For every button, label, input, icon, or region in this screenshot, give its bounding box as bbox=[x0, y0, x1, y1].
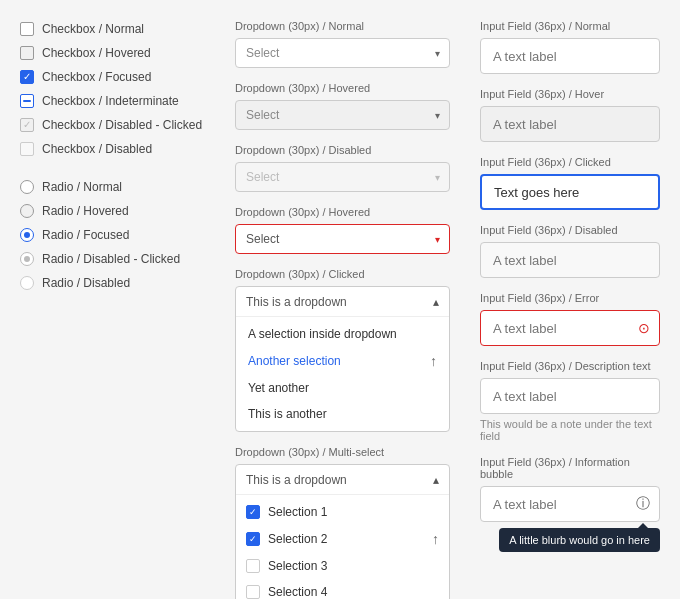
radio-normal[interactable]: Radio / Normal bbox=[20, 178, 205, 196]
checkbox-disabled-clicked-box: ✓ bbox=[20, 118, 34, 132]
multi-option-4[interactable]: Selection 4 bbox=[236, 579, 449, 599]
cursor-multi-icon: ↑ bbox=[432, 531, 439, 547]
info-icon[interactable]: ⓘ bbox=[636, 495, 650, 513]
radio-focused-label: Radio / Focused bbox=[42, 228, 129, 242]
right-column: Input Field (36px) / Normal Input Field … bbox=[480, 20, 660, 599]
input-normal-label: Input Field (36px) / Normal bbox=[480, 20, 660, 32]
multi-option-3-label: Selection 3 bbox=[268, 559, 327, 573]
error-icon: ⊙ bbox=[638, 320, 650, 336]
checkbox-focused[interactable]: ✓ Checkbox / Focused bbox=[20, 68, 205, 86]
dropdown-clicked-open[interactable]: This is a dropdown ▴ A selection inside … bbox=[235, 286, 450, 432]
input-disabled-group: Input Field (36px) / Disabled bbox=[480, 224, 660, 278]
dropdown-normal-group: Dropdown (30px) / Normal Select ▾ bbox=[235, 20, 450, 68]
input-info-group: Input Field (36px) / Information bubble … bbox=[480, 456, 660, 522]
checkbox-disabled-label: Checkbox / Disabled bbox=[42, 142, 152, 156]
multi-checkbox-3[interactable] bbox=[246, 559, 260, 573]
check-icon-disabled: ✓ bbox=[23, 120, 31, 130]
input-error-wrap: ⊙ bbox=[480, 310, 660, 346]
multi-option-1[interactable]: ✓ Selection 1 bbox=[236, 499, 449, 525]
dropdown-hovered2-placeholder: Select bbox=[246, 232, 279, 246]
middle-column: Dropdown (30px) / Normal Select ▾ Dropdo… bbox=[235, 20, 450, 599]
multi-checkbox-1[interactable]: ✓ bbox=[246, 505, 260, 519]
chevron-up-multi-icon: ▴ bbox=[433, 473, 439, 487]
radio-hovered-circle[interactable] bbox=[20, 204, 34, 218]
dropdown-option-2[interactable]: Another selection ↑ bbox=[236, 347, 449, 375]
dropdown-normal-select[interactable]: Select bbox=[235, 38, 450, 68]
input-normal-group: Input Field (36px) / Normal bbox=[480, 20, 660, 74]
radio-focused-circle[interactable] bbox=[20, 228, 34, 242]
checkbox-focused-box[interactable]: ✓ bbox=[20, 70, 34, 84]
checkbox-hovered-box[interactable] bbox=[20, 46, 34, 60]
dropdown-clicked-header[interactable]: This is a dropdown ▴ bbox=[236, 287, 449, 317]
checkbox-disabled-clicked-label: Checkbox / Disabled - Clicked bbox=[42, 118, 202, 132]
dropdown-hovered2-select[interactable]: Select bbox=[235, 224, 450, 254]
multi-check-icon-2: ✓ bbox=[249, 535, 257, 544]
input-disabled-label: Input Field (36px) / Disabled bbox=[480, 224, 660, 236]
checkbox-normal-label: Checkbox / Normal bbox=[42, 22, 144, 36]
dropdown-multiselect-placeholder: This is a dropdown bbox=[246, 473, 347, 487]
check-icon: ✓ bbox=[23, 72, 31, 82]
radio-dot-icon bbox=[24, 232, 30, 238]
input-error-group: Input Field (36px) / Error ⊙ bbox=[480, 292, 660, 346]
dropdown-clicked-group: Dropdown (30px) / Clicked This is a drop… bbox=[235, 268, 450, 432]
checkbox-disabled-clicked: ✓ Checkbox / Disabled - Clicked bbox=[20, 116, 205, 134]
dropdown-hovered2-label: Dropdown (30px) / Hovered bbox=[235, 206, 450, 218]
radio-dot-disabled-icon bbox=[24, 256, 30, 262]
dropdown-clicked-label: Dropdown (30px) / Clicked bbox=[235, 268, 450, 280]
multi-option-3[interactable]: Selection 3 bbox=[236, 553, 449, 579]
checkbox-focused-label: Checkbox / Focused bbox=[42, 70, 151, 84]
multi-check-icon-1: ✓ bbox=[249, 508, 257, 517]
dropdown-normal-label: Dropdown (30px) / Normal bbox=[235, 20, 450, 32]
radio-disabled-clicked: Radio / Disabled - Clicked bbox=[20, 250, 205, 268]
multiselect-list: ✓ Selection 1 ✓ Selection 2 ↑ bbox=[236, 495, 449, 599]
checkbox-indeterminate-box[interactable] bbox=[20, 94, 34, 108]
indeterminate-icon bbox=[23, 100, 31, 102]
multi-checkbox-4[interactable] bbox=[246, 585, 260, 599]
input-info-label: Input Field (36px) / Information bubble bbox=[480, 456, 660, 480]
dropdown-multiselect-group: Dropdown (30px) / Multi-select This is a… bbox=[235, 446, 450, 599]
radio-focused[interactable]: Radio / Focused bbox=[20, 226, 205, 244]
dropdown-clicked-list: A selection inside dropdown Another sele… bbox=[236, 317, 449, 431]
input-description-group: Input Field (36px) / Description text Th… bbox=[480, 360, 660, 442]
chevron-up-icon: ▴ bbox=[433, 295, 439, 309]
dropdown-option-3[interactable]: Yet another bbox=[236, 375, 449, 401]
dropdown-clicked-placeholder: This is a dropdown bbox=[246, 295, 347, 309]
multi-option-2[interactable]: ✓ Selection 2 ↑ bbox=[236, 525, 449, 553]
dropdown-hovered-wrap: Select ▾ bbox=[235, 100, 450, 130]
dropdown-hovered-select[interactable]: Select bbox=[235, 100, 450, 130]
radio-normal-circle[interactable] bbox=[20, 180, 34, 194]
input-hover-group: Input Field (36px) / Hover bbox=[480, 88, 660, 142]
input-info-field[interactable] bbox=[480, 486, 660, 522]
dropdown-disabled-wrap: Select ▾ bbox=[235, 162, 450, 192]
multi-checkbox-2[interactable]: ✓ bbox=[246, 532, 260, 546]
tooltip-box: A little blurb would go in here bbox=[499, 528, 660, 552]
dropdown-multiselect-open[interactable]: This is a dropdown ▴ ✓ Selection 1 ✓ bbox=[235, 464, 450, 599]
input-normal-field[interactable] bbox=[480, 38, 660, 74]
dropdown-multiselect-header[interactable]: This is a dropdown ▴ bbox=[236, 465, 449, 495]
checkbox-normal-box[interactable] bbox=[20, 22, 34, 36]
dropdown-option-1[interactable]: A selection inside dropdown bbox=[236, 321, 449, 347]
checkbox-disabled: Checkbox / Disabled bbox=[20, 140, 205, 158]
radio-hovered[interactable]: Radio / Hovered bbox=[20, 202, 205, 220]
dropdown-option-1-text: A selection inside dropdown bbox=[248, 327, 397, 341]
input-hover-field[interactable] bbox=[480, 106, 660, 142]
checkbox-normal[interactable]: Checkbox / Normal bbox=[20, 20, 205, 38]
dropdown-hovered-placeholder: Select bbox=[246, 108, 279, 122]
input-clicked-group: Input Field (36px) / Clicked bbox=[480, 156, 660, 210]
input-description-note: This would be a note under the text fiel… bbox=[480, 418, 660, 442]
checkbox-hovered[interactable]: Checkbox / Hovered bbox=[20, 44, 205, 62]
dropdown-normal-wrap: Select ▾ bbox=[235, 38, 450, 68]
dropdown-disabled-select: Select bbox=[235, 162, 450, 192]
dropdown-option-4[interactable]: This is another bbox=[236, 401, 449, 427]
left-column: Checkbox / Normal Checkbox / Hovered ✓ C… bbox=[20, 20, 205, 599]
radio-normal-label: Radio / Normal bbox=[42, 180, 122, 194]
checkbox-indeterminate[interactable]: Checkbox / Indeterminate bbox=[20, 92, 205, 110]
radio-disabled-circle bbox=[20, 276, 34, 290]
dropdown-multiselect-label: Dropdown (30px) / Multi-select bbox=[235, 446, 450, 458]
input-clicked-field[interactable] bbox=[480, 174, 660, 210]
input-description-field[interactable] bbox=[480, 378, 660, 414]
multi-option-4-label: Selection 4 bbox=[268, 585, 327, 599]
dropdown-option-4-text: This is another bbox=[248, 407, 327, 421]
input-error-field[interactable] bbox=[480, 310, 660, 346]
dropdown-hovered-group: Dropdown (30px) / Hovered Select ▾ bbox=[235, 82, 450, 130]
